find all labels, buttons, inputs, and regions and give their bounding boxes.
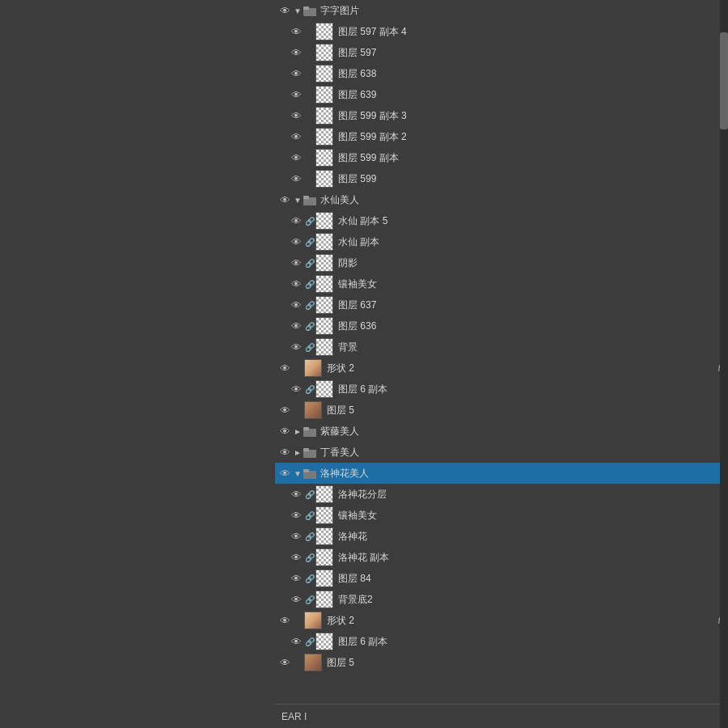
layer-thumbnail	[315, 65, 333, 83]
eye-icon[interactable]: 👁	[288, 234, 304, 250]
layer-name-label: 洛神花分层	[336, 488, 725, 502]
eye-icon[interactable]: 👁	[288, 255, 304, 271]
layer-row[interactable]: 👁🔗图层 637	[275, 294, 728, 315]
layer-name-label: 图层 599 副本	[336, 151, 725, 165]
layer-name-label: 图层 599 副本 3	[336, 109, 725, 123]
expand-arrow-icon[interactable]: ▼	[293, 192, 303, 208]
eye-icon[interactable]: 👁	[277, 402, 293, 418]
layer-name-label: 图层 638	[336, 67, 725, 81]
folder-icon	[303, 193, 317, 207]
chain-icon: 🔗	[304, 299, 315, 311]
layer-row[interactable]: 👁🔗阴影	[275, 252, 728, 273]
layer-row[interactable]: 👁图层 638	[275, 63, 728, 84]
expand-arrow-icon[interactable]: ▼	[293, 2, 303, 19]
layer-row[interactable]: 👁🔗水仙 副本 5	[275, 210, 728, 231]
layer-row[interactable]: 👁图层 599	[275, 168, 728, 189]
eye-icon[interactable]: 👁	[288, 318, 304, 334]
svg-rect-7	[303, 448, 309, 451]
layer-row[interactable]: 👁🔗图层 636	[275, 315, 728, 336]
layer-row[interactable]: 👁🔗背景底2	[275, 589, 728, 610]
layer-row[interactable]: 👁🔗图层 6 副本	[275, 631, 728, 652]
expand-arrow-icon[interactable]: ►	[293, 444, 303, 460]
layer-row[interactable]: 👁🔗水仙 副本	[275, 231, 728, 252]
chain-icon	[304, 110, 315, 121]
eye-icon[interactable]: 👁	[288, 591, 304, 607]
eye-icon[interactable]: 👁	[288, 108, 304, 124]
scrollbar-thumb[interactable]	[720, 32, 728, 129]
layer-row[interactable]: 👁▼ 洛神花美人	[275, 463, 728, 484]
layer-row[interactable]: 👁图层 597 副本 4	[275, 21, 728, 42]
layer-row[interactable]: 👁图层 599 副本	[275, 147, 728, 168]
layer-row[interactable]: 👁🔗洛神花	[275, 526, 728, 547]
layer-name-label: 镶袖美女	[336, 509, 725, 523]
eye-icon[interactable]: 👁	[288, 570, 304, 586]
eye-icon[interactable]: 👁	[288, 171, 304, 187]
chain-icon: 🔗	[304, 215, 315, 226]
layer-row[interactable]: 👁图层 599 副本 2	[275, 126, 728, 147]
layer-row[interactable]: 👁形状 2fx	[275, 358, 728, 379]
eye-icon[interactable]: 👁	[277, 423, 293, 439]
layer-name-label: 水仙 副本 5	[336, 214, 725, 228]
layer-row[interactable]: 👁图层 5	[275, 400, 728, 421]
layer-row[interactable]: 👁🔗背景	[275, 336, 728, 358]
layer-row[interactable]: 👁🔗镶袖美女	[275, 273, 728, 294]
layer-row[interactable]: 👁▼ 字字图片	[275, 0, 728, 21]
eye-icon[interactable]: 👁	[277, 465, 293, 481]
expand-arrow-icon[interactable]: ▼	[293, 465, 303, 481]
layers-list: 👁▼ 字字图片👁图层 597 副本 4👁图层 597👁图层 638👁图层 639…	[275, 0, 728, 673]
layer-thumbnail	[315, 149, 333, 167]
eye-icon[interactable]: 👁	[277, 654, 293, 671]
layer-row[interactable]: 👁▼ 水仙美人	[275, 189, 728, 210]
layer-thumbnail	[304, 654, 322, 671]
eye-icon[interactable]: 👁	[288, 339, 304, 355]
layer-row[interactable]: 👁🔗洛神花 副本	[275, 547, 728, 568]
layer-thumbnail	[315, 590, 333, 608]
expand-arrow-icon[interactable]: ►	[293, 423, 303, 439]
eye-icon[interactable]: 👁	[288, 129, 304, 145]
eye-icon[interactable]: 👁	[288, 44, 304, 61]
folder-icon	[303, 466, 317, 480]
layer-row[interactable]: 👁形状 2fx	[275, 610, 728, 631]
eye-icon[interactable]: 👁	[277, 612, 293, 629]
eye-icon[interactable]: 👁	[277, 192, 293, 208]
layer-thumbnail	[304, 612, 322, 629]
scrollbar[interactable]	[720, 0, 728, 728]
layer-row[interactable]: 👁🔗镶袖美女	[275, 505, 728, 526]
eye-icon[interactable]: 👁	[288, 150, 304, 166]
chain-icon	[293, 362, 304, 374]
layer-row[interactable]: 👁🔗图层 84	[275, 568, 728, 589]
layer-row[interactable]: 👁🔗图层 6 副本	[275, 379, 728, 400]
layer-row[interactable]: 👁图层 639	[275, 84, 728, 105]
layer-row[interactable]: 👁► 丁香美人	[275, 442, 728, 463]
layer-name-label: 背景底2	[336, 593, 725, 607]
chain-icon: 🔗	[304, 594, 315, 605]
eye-icon[interactable]: 👁	[288, 297, 304, 313]
eye-icon[interactable]: 👁	[288, 633, 304, 650]
bottom-bar: EAR I	[275, 704, 720, 728]
chain-icon	[304, 68, 315, 79]
eye-icon[interactable]: 👁	[288, 23, 304, 40]
chain-icon: 🔗	[304, 510, 315, 521]
layer-name-label: 形状 2	[325, 614, 714, 628]
layer-row[interactable]: 👁图层 597	[275, 42, 728, 63]
chain-icon: 🔗	[304, 320, 315, 332]
eye-icon[interactable]: 👁	[288, 66, 304, 82]
eye-icon[interactable]: 👁	[288, 528, 304, 544]
chain-icon: 🔗	[304, 636, 315, 647]
eye-icon[interactable]: 👁	[288, 486, 304, 502]
layer-name-label: 紫藤美人	[319, 425, 725, 438]
eye-icon[interactable]: 👁	[288, 507, 304, 523]
eye-icon[interactable]: 👁	[277, 360, 293, 376]
layer-row[interactable]: 👁图层 5	[275, 652, 728, 673]
eye-icon[interactable]: 👁	[277, 2, 293, 19]
eye-icon[interactable]: 👁	[288, 549, 304, 565]
layer-row[interactable]: 👁🔗洛神花分层	[275, 484, 728, 505]
layer-name-label: 图层 639	[336, 88, 725, 102]
eye-icon[interactable]: 👁	[288, 276, 304, 292]
eye-icon[interactable]: 👁	[288, 381, 304, 397]
eye-icon[interactable]: 👁	[277, 444, 293, 460]
layer-row[interactable]: 👁► 紫藤美人	[275, 421, 728, 442]
eye-icon[interactable]: 👁	[288, 87, 304, 103]
eye-icon[interactable]: 👁	[288, 213, 304, 229]
layer-row[interactable]: 👁图层 599 副本 3	[275, 105, 728, 126]
